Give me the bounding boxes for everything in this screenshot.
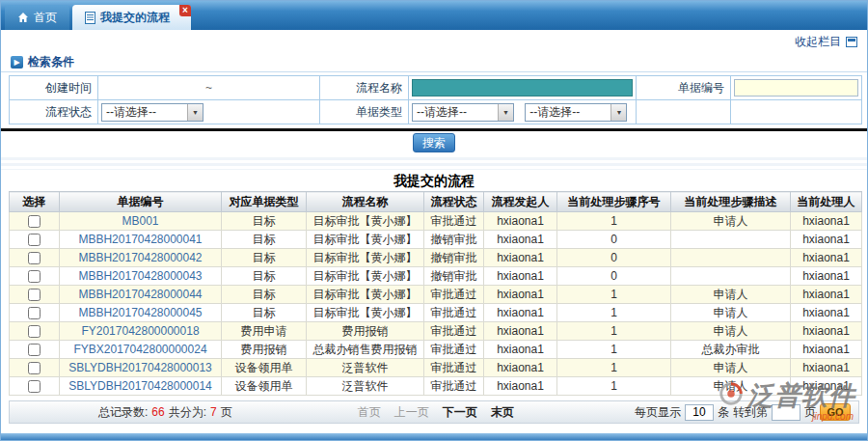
step-desc-cell: 总裁办审批	[671, 341, 791, 359]
process-table: 选择 单据编号 对应单据类型 流程名称 流程状态 流程发起人 当前处理步骤序号 …	[9, 191, 862, 396]
doc-type-cell: 设备领用单	[222, 359, 307, 377]
collapse-panel-icon[interactable]	[846, 37, 857, 47]
step-desc-cell	[671, 231, 791, 249]
search-button[interactable]: 搜索	[413, 133, 455, 152]
doc-number-link[interactable]: SBLYDBH20170428000014	[68, 379, 212, 393]
row-checkbox[interactable]	[28, 362, 41, 374]
tab-active-label: 我提交的流程	[100, 10, 170, 26]
table-body: MB001目标目标审批【黄小娜】审批通过hxiaona11申请人hxiaona1…	[10, 212, 862, 396]
table-row: FYBX2017042800000024费用报销总裁办销售费用报销审批通过hxi…	[10, 341, 862, 359]
row-checkbox[interactable]	[28, 289, 41, 301]
select-cell	[10, 322, 60, 341]
doc-number-link[interactable]: FY2017042800000018	[81, 324, 199, 338]
step-desc-cell	[671, 267, 791, 286]
doc-type-select-2[interactable]: --请选择-- ▼	[525, 103, 627, 122]
home-icon	[17, 12, 29, 23]
status-cell: 审批通过	[424, 304, 484, 322]
doc-number-link[interactable]: SBLYDBH20170428000013	[68, 361, 212, 374]
doc-number-link[interactable]: MBBH20170428000044	[78, 288, 202, 301]
tab-my-submitted-processes[interactable]: 我提交的流程 ×	[72, 5, 191, 30]
select-cell	[10, 249, 60, 267]
handler-cell: hxiaona1	[791, 249, 862, 267]
table-row: MBBH20170428000043目标目标审批【黄小娜】撤销审批hxiaona…	[10, 267, 862, 286]
row-checkbox[interactable]	[28, 234, 41, 246]
next-page-link[interactable]: 下一页	[443, 404, 477, 421]
chevron-down-icon: ▼	[610, 104, 626, 121]
total-pages-label: 共分为:	[169, 404, 206, 421]
status-cell: 审批通过	[424, 212, 484, 231]
column-header-status: 流程状态	[424, 192, 484, 212]
status-cell: 撤销审批	[424, 231, 484, 249]
status-cell: 审批通过	[424, 377, 484, 396]
process-name-label: 流程名称	[320, 76, 409, 100]
row-checkbox[interactable]	[28, 215, 41, 228]
doc-number-link[interactable]: MB001	[122, 214, 158, 228]
total-records-label: 总记录数:	[98, 404, 148, 421]
row-checkbox[interactable]	[28, 344, 41, 356]
row-checkbox[interactable]	[28, 325, 41, 338]
initiator-cell: hxiaona1	[484, 231, 557, 249]
doc-type-cell: 费用申请	[222, 322, 307, 341]
select-cell	[10, 304, 60, 322]
row-checkbox[interactable]	[28, 307, 41, 319]
select-cell	[10, 341, 60, 359]
last-page-link[interactable]: 末页	[491, 404, 514, 421]
initiator-cell: hxiaona1	[484, 341, 557, 359]
close-icon[interactable]: ×	[179, 5, 191, 16]
row-checkbox[interactable]	[28, 270, 41, 283]
create-time-range[interactable]: ~	[98, 76, 320, 100]
process-name-input[interactable]	[412, 79, 633, 96]
doc-type-cell: 目标	[222, 267, 307, 286]
collapse-panel-link[interactable]: 收起栏目	[795, 34, 841, 50]
first-page-link[interactable]: 首页	[358, 404, 381, 421]
process-name-cell: 目标审批【黄小娜】	[307, 212, 424, 231]
select-cell	[10, 231, 60, 249]
doc-number-link[interactable]: MBBH20170428000042	[78, 251, 202, 264]
document-icon	[85, 12, 95, 24]
process-name-cell: 目标审批【黄小娜】	[307, 267, 424, 286]
doc-number-link[interactable]: MBBH20170428000043	[78, 269, 202, 283]
page-size-controls: 每页显示 条 转到第 页 GO	[635, 403, 858, 421]
process-name-cell: 目标审批【黄小娜】	[307, 304, 424, 322]
select-cell	[10, 286, 60, 304]
process-status-select[interactable]: --请选择-- ▼	[101, 103, 203, 122]
goto-page-input[interactable]	[772, 404, 800, 421]
initiator-cell: hxiaona1	[484, 212, 557, 231]
select-cell	[10, 377, 60, 396]
step-desc-cell	[671, 249, 791, 267]
prev-page-link[interactable]: 上一页	[394, 404, 429, 421]
doc-number-input[interactable]	[734, 79, 858, 96]
doc-type-select-1[interactable]: --请选择-- ▼	[412, 103, 514, 122]
step-number-cell: 1	[557, 286, 671, 304]
column-header-step-desc: 当前处理步骤描述	[671, 192, 791, 212]
total-pages-value: 7	[210, 405, 217, 419]
doc-number-link[interactable]: MBBH20170428000045	[78, 306, 202, 319]
doc-number-link[interactable]: MBBH20170428000041	[78, 233, 202, 246]
doc-type-label: 单据类型	[320, 100, 409, 124]
create-time-label: 创建时间	[10, 76, 98, 100]
row-checkbox[interactable]	[28, 380, 41, 393]
status-cell: 撤销审批	[424, 267, 484, 286]
search-button-row: 搜索	[1, 131, 867, 154]
section-arrow-icon: ▶	[11, 56, 23, 69]
handler-cell: hxiaona1	[791, 322, 862, 341]
go-button[interactable]: GO	[820, 403, 851, 421]
process-name-cell: 泛普软件	[307, 377, 424, 396]
process-name-cell: 目标审批【黄小娜】	[307, 286, 424, 304]
table-row: SBLYDBH20170428000014设备领用单泛普软件审批通过hxiaon…	[10, 377, 862, 396]
per-page-input[interactable]	[685, 404, 714, 421]
doc-number-link[interactable]: FYBX2017042800000024	[73, 343, 206, 356]
table-row: MB001目标目标审批【黄小娜】审批通过hxiaona11申请人hxiaona1	[10, 212, 862, 231]
row-checkbox[interactable]	[28, 252, 41, 264]
process-name-cell: 总裁办销售费用报销	[307, 341, 424, 359]
initiator-cell: hxiaona1	[484, 322, 557, 341]
handler-cell: hxiaona1	[791, 341, 862, 359]
select-cell	[10, 359, 60, 377]
handler-cell: hxiaona1	[791, 377, 862, 396]
tab-home[interactable]: 首页	[5, 5, 69, 30]
doc-type-cell: 目标	[222, 286, 307, 304]
table-row: MBBH20170428000041目标目标审批【黄小娜】撤销审批hxiaona…	[10, 231, 862, 249]
initiator-cell: hxiaona1	[484, 359, 557, 377]
handler-cell: hxiaona1	[791, 212, 862, 231]
doc-type-cell: 目标	[222, 212, 307, 231]
